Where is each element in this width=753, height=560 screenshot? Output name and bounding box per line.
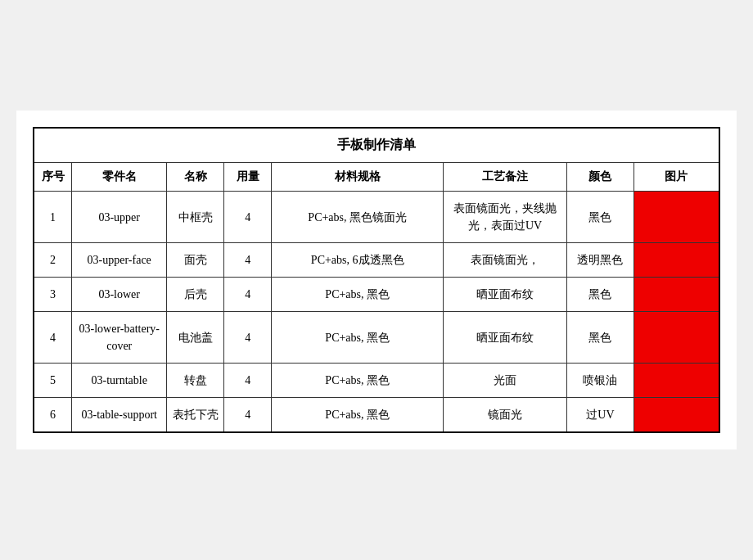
cell-part: 03-upper [72,192,167,243]
cell-seq: 1 [34,192,72,243]
cell-process: 光面 [443,364,566,398]
cell-seq: 2 [34,243,72,278]
cell-seq: 3 [34,278,72,312]
cell-seq: 5 [34,364,72,398]
cell-process: 晒亚面布纹 [443,312,566,364]
cell-spec: PC+abs, 黑色 [272,278,444,312]
cell-qty: 4 [224,278,272,312]
header-process: 工艺备注 [443,163,566,192]
table-row: 203-upper-face面壳4PC+abs, 6成透黑色表面镜面光，透明黑色 [34,243,719,278]
cell-part: 03-turntable [72,364,167,398]
cell-img [634,398,719,433]
cell-process: 镜面光 [443,398,566,433]
main-table: 手板制作清单 序号 零件名 名称 用量 材料规格 工艺备注 颜色 图片 103-… [33,127,720,433]
cell-img [634,278,719,312]
cell-part: 03-lower [72,278,167,312]
header-seq: 序号 [34,163,72,192]
cell-qty: 4 [224,312,272,364]
header-spec: 材料规格 [272,163,444,192]
cell-color: 透明黑色 [567,243,634,278]
cell-seq: 6 [34,398,72,433]
header-color: 颜色 [567,163,634,192]
cell-img [634,364,719,398]
cell-spec: PC+abs, 黑色 [272,364,444,398]
table-title: 手板制作清单 [34,128,719,163]
cell-qty: 4 [224,364,272,398]
cell-spec: PC+abs, 黑色镜面光 [272,192,444,243]
cell-process: 表面镜面光，夹线抛光，表面过UV [443,192,566,243]
cell-name: 表托下壳 [167,398,224,433]
cell-process: 表面镜面光， [443,243,566,278]
cell-color: 黑色 [567,312,634,364]
cell-part: 03-upper-face [72,243,167,278]
cell-qty: 4 [224,243,272,278]
cell-img [634,192,719,243]
cell-color: 过UV [567,398,634,433]
cell-color: 喷银油 [567,364,634,398]
cell-spec: PC+abs, 黑色 [272,398,444,433]
cell-part: 03-lower-battery-cover [72,312,167,364]
cell-seq: 4 [34,312,72,364]
cell-color: 黑色 [567,278,634,312]
cell-name: 中框壳 [167,192,224,243]
cell-qty: 4 [224,398,272,433]
header-name: 名称 [167,163,224,192]
header-qty: 用量 [224,163,272,192]
cell-name: 转盘 [167,364,224,398]
cell-process: 晒亚面布纹 [443,278,566,312]
cell-spec: PC+abs, 黑色 [272,312,444,364]
header-img: 图片 [634,163,719,192]
table-row: 503-turntable转盘4PC+abs, 黑色光面喷银油 [34,364,719,398]
cell-img [634,243,719,278]
title-row: 手板制作清单 [34,128,719,163]
cell-color: 黑色 [567,192,634,243]
table-row: 303-lower后壳4PC+abs, 黑色晒亚面布纹黑色 [34,278,719,312]
cell-name: 电池盖 [167,312,224,364]
page-wrapper: 手板制作清单 序号 零件名 名称 用量 材料规格 工艺备注 颜色 图片 103-… [16,111,737,449]
cell-qty: 4 [224,192,272,243]
table-row: 603-table-support表托下壳4PC+abs, 黑色镜面光过UV [34,398,719,433]
cell-img [634,312,719,364]
table-row: 103-upper中框壳4PC+abs, 黑色镜面光表面镜面光，夹线抛光，表面过… [34,192,719,243]
cell-name: 后壳 [167,278,224,312]
cell-part: 03-table-support [72,398,167,433]
cell-spec: PC+abs, 6成透黑色 [272,243,444,278]
header-row: 序号 零件名 名称 用量 材料规格 工艺备注 颜色 图片 [34,163,719,192]
header-part: 零件名 [72,163,167,192]
table-row: 403-lower-battery-cover电池盖4PC+abs, 黑色晒亚面… [34,312,719,364]
cell-name: 面壳 [167,243,224,278]
